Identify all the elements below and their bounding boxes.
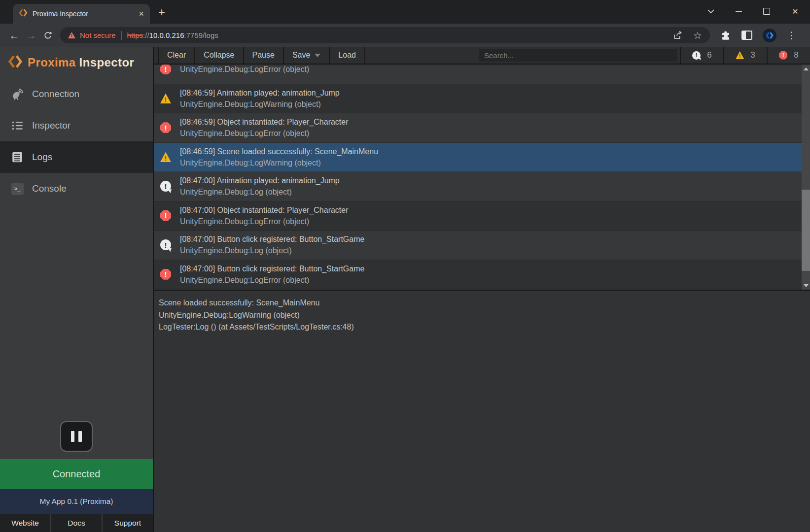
log-row[interactable]: [08:47:00] Animation played: animation_J… [154,172,802,201]
vertical-scrollbar[interactable] [802,65,810,290]
url-scheme: https [127,31,143,39]
error-icon [779,51,787,60]
log-message: [08:47:00] Object instantiated: Player_C… [180,204,349,216]
tab-search-chevron-icon[interactable] [702,3,720,20]
scroll-down-arrow-icon[interactable] [802,281,810,290]
save-button[interactable]: Save [284,47,330,64]
sidebar-item-logs[interactable]: Logs [0,141,153,173]
footer-link-website[interactable]: Website [0,514,50,532]
collapse-button[interactable]: Collapse [195,47,244,64]
pause-icon [78,431,82,442]
url-host: 10.0.0.216 [149,31,184,39]
url-separator: :// [143,31,149,39]
log-row[interactable]: [08:46:59] Object instantiated: Player_C… [154,113,802,143]
sidebar-footer: Website Docs Support [0,514,153,532]
app-title: Proxima Inspector [28,56,134,69]
warning-icon [160,152,171,163]
detail-line: UnityEngine.Debug:LogWarning (object) [159,309,805,322]
info-icon [160,181,171,192]
info-icon [160,239,171,250]
forward-button[interactable]: → [23,27,39,44]
log-row[interactable]: UnityEngine.Debug:LogError (object) [154,65,802,84]
connection-status-badge: Connected [0,459,153,489]
log-stacktrace: UnityEngine.Debug:LogError (object) [180,274,364,286]
footer-link-docs[interactable]: Docs [50,514,102,532]
log-list-viewport: UnityEngine.Debug:LogError (object) [08:… [154,65,810,291]
browser-menu-icon[interactable]: ⋮ [787,30,796,41]
sidebar-item-inspector[interactable]: Inspector [0,110,153,141]
share-icon[interactable] [672,31,683,40]
omnibox-divider [121,31,122,40]
terminal-icon: >_ [10,183,25,195]
log-stacktrace: UnityEngine.Debug:LogError (object) [180,128,349,139]
error-icon [160,210,171,221]
url-omnibox[interactable]: Not secure https://10.0.0.216:7759/logs … [60,27,710,43]
not-secure-warning-icon [68,32,75,38]
error-count-filter[interactable]: 8 [767,47,810,64]
list-icon [10,119,25,132]
log-row[interactable]: [08:47:00] Button click registered: Butt… [154,231,802,260]
log-stacktrace: UnityEngine.Debug:LogWarning (object) [180,99,340,110]
warning-count-filter[interactable]: 3 [723,47,767,64]
log-row[interactable]: [08:47:00] Button click registered: Butt… [154,260,802,290]
app-info-badge: My App 0.1 (Proxima) [0,489,153,514]
scroll-up-arrow-icon[interactable] [802,65,810,73]
log-stacktrace: UnityEngine.Debug:LogWarning (object) [180,157,378,168]
url-path: :7759/logs [184,31,218,39]
sidebar-item-label: Connection [32,89,79,100]
info-count-filter[interactable]: 6 [680,47,723,64]
log-stacktrace: UnityEngine.Debug:Log (object) [180,186,340,198]
search-input[interactable] [479,49,677,62]
profile-avatar[interactable] [763,29,776,42]
error-count: 8 [794,50,798,60]
warning-count: 3 [750,50,755,60]
side-panel-icon[interactable] [741,31,752,40]
screen: Proxima Inspector × + × ← → Not secure h… [0,0,810,532]
warning-icon [160,93,171,104]
log-message: [08:47:00] Button click registered: Butt… [180,233,364,245]
pause-stream-button[interactable] [60,421,93,452]
warning-icon [736,51,744,60]
log-row[interactable]: [08:47:00] Object instantiated: Player_C… [154,201,802,231]
sidebar-item-console[interactable]: >_ Console [0,173,153,204]
sidebar-item-connection[interactable]: Connection [0,78,153,110]
favicon-proxima-logo-icon [19,8,28,19]
tab-close-icon[interactable]: × [139,9,144,18]
window-minimize-button[interactable] [730,3,747,20]
error-icon [160,65,171,74]
reload-button[interactable] [39,27,56,44]
log-row[interactable]: [08:46:59] Animation played: animation_J… [154,84,802,114]
sidebar-item-label: Logs [32,152,52,163]
pause-button[interactable]: Pause [244,47,284,64]
clear-button[interactable]: Clear [159,47,195,64]
window-maximize-button[interactable] [758,3,775,20]
proxima-logo-icon [8,54,23,71]
save-dropdown-caret-icon[interactable] [315,54,320,57]
sidebar: Proxima Inspector Conne [0,47,153,532]
not-secure-label[interactable]: Not secure [80,31,116,39]
document-icon [10,151,25,164]
log-detail-pane: Scene loaded successfully: Scene_MainMen… [154,291,810,532]
tab-title: Proxima Inspector [33,10,134,18]
browser-tab[interactable]: Proxima Inspector × [13,4,150,24]
extensions-puzzle-icon[interactable] [720,30,731,41]
log-message: [08:46:59] Object instantiated: Player_C… [180,116,349,128]
bookmark-star-icon[interactable]: ☆ [693,30,702,41]
log-stacktrace: UnityEngine.Debug:LogError (object) [180,216,349,227]
log-stacktrace: UnityEngine.Debug:LogError (object) [180,65,309,75]
pause-icon [71,431,74,442]
log-message: [08:47:00] Animation played: animation_J… [180,175,340,186]
load-button[interactable]: Load [330,47,365,64]
window-close-button[interactable]: × [786,3,804,20]
footer-link-support[interactable]: Support [102,514,153,532]
scrollbar-thumb[interactable] [802,190,810,271]
log-list: UnityEngine.Debug:LogError (object) [08:… [154,65,802,289]
new-tab-button[interactable]: + [155,6,168,19]
log-message: [08:46:59] Animation played: animation_J… [180,87,340,99]
satellite-icon [10,88,25,101]
log-message: [08:47:00] Button click registered: Butt… [180,263,364,274]
log-row[interactable]: [08:46:59] Scene loaded successfully: Sc… [154,143,802,172]
error-icon [160,269,171,280]
back-button[interactable]: ← [6,27,23,44]
sidebar-item-label: Console [32,183,67,194]
